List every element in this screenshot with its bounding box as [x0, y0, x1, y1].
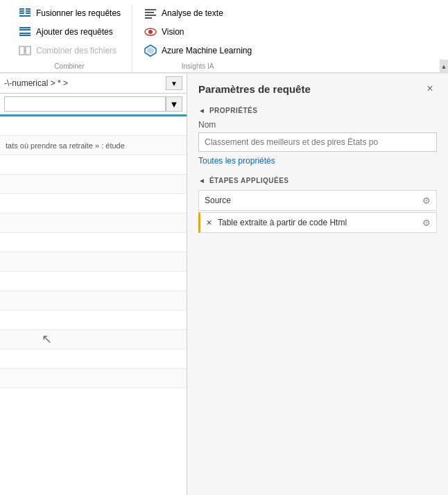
text-analysis-icon — [144, 6, 157, 20]
svg-point-19 — [148, 30, 153, 34]
merge-queries-button[interactable]: Fusionner les requêtes — [14, 4, 125, 22]
list-item — [0, 330, 187, 349]
list-item — [0, 349, 187, 369]
step-item-html-table: ✕ Table extraite à partir de code Html ⚙ — [198, 212, 437, 233]
svg-rect-8 — [19, 29, 31, 31]
svg-rect-17 — [145, 17, 152, 19]
svg-rect-4 — [26, 10, 31, 12]
insights-buttons: Analyse de texte Vision — [139, 4, 256, 60]
svg-rect-10 — [19, 35, 31, 36]
list-item: tats où prendre sa retraite » : étude — [0, 136, 187, 155]
ribbon-insights-section: Analyse de texte Vision — [132, 4, 263, 72]
svg-marker-21 — [147, 47, 154, 54]
row-text-1: tats où prendre sa retraite » : étude — [6, 141, 125, 150]
close-button[interactable]: × — [423, 82, 437, 96]
list-item — [0, 311, 187, 330]
name-field-label: Nom — [198, 120, 437, 130]
list-item — [0, 155, 187, 175]
svg-rect-11 — [19, 46, 24, 55]
merge-icon — [18, 6, 32, 20]
applied-steps-section: ◄ ÉTAPES APPLIQUÉES Source ⚙ ✕ Table ext… — [187, 171, 448, 234]
ribbon: Fusionner les requêtes Ajouter des requê… — [0, 0, 448, 73]
vision-button[interactable]: Vision — [139, 23, 256, 41]
list-item — [0, 116, 187, 136]
list-item — [0, 233, 187, 252]
query-bar: -\-numerical > * > ▼ — [0, 73, 187, 94]
name-field-input[interactable] — [198, 132, 437, 152]
step-html-table-close-icon[interactable]: ✕ — [206, 218, 212, 227]
list-item — [0, 252, 187, 272]
filter-dropdown-button[interactable]: ▼ — [166, 96, 182, 112]
properties-triangle-icon: ◄ — [198, 107, 205, 114]
steps-section-header: ◄ ÉTAPES APPLIQUÉES — [198, 171, 437, 190]
steps-section-label: ÉTAPES APPLIQUÉES — [209, 177, 289, 184]
svg-rect-16 — [145, 15, 156, 16]
svg-rect-0 — [19, 8, 24, 10]
azure-ml-label: Azure Machine Learning — [162, 46, 252, 55]
list-item — [0, 175, 187, 194]
combine-section-label: Combiner — [54, 62, 84, 72]
insights-section-label: Insights IA — [182, 62, 214, 72]
filter-row: ▼ ▲ — [0, 94, 187, 116]
properties-section-header: ◄ PROPRIÉTÉS — [198, 101, 437, 120]
svg-rect-2 — [19, 12, 24, 14]
svg-rect-14 — [145, 9, 156, 10]
svg-rect-6 — [19, 15, 31, 17]
list-item — [0, 291, 187, 311]
list-item — [0, 194, 187, 214]
all-properties-link[interactable]: Toutes les propriétés — [198, 156, 437, 166]
properties-section-label: PROPRIÉTÉS — [209, 107, 257, 114]
step-item-source: Source ⚙ — [198, 190, 437, 211]
svg-rect-15 — [145, 12, 154, 13]
close-icon: × — [427, 82, 433, 95]
vision-label: Vision — [162, 27, 184, 37]
vision-icon — [144, 25, 157, 39]
svg-rect-1 — [19, 10, 24, 12]
azure-ml-icon — [144, 44, 157, 58]
steps-triangle-icon: ◄ — [198, 177, 205, 184]
list-item — [0, 214, 187, 233]
combine-icon — [18, 44, 32, 58]
step-html-table-name[interactable]: Table extraite à partir de code Html — [218, 218, 418, 227]
data-area: tats où prendre sa retraite » : étude ↖ — [0, 116, 187, 495]
append-queries-button[interactable]: Ajouter des requêtes — [14, 23, 125, 41]
svg-rect-5 — [26, 12, 31, 14]
text-analysis-button[interactable]: Analyse de texte — [139, 4, 256, 22]
append-queries-label: Ajouter des requêtes — [36, 27, 113, 37]
main-content: -\-numerical > * > ▼ ▼ ▲ tats où prendre… — [0, 73, 448, 495]
step-source-gear-icon[interactable]: ⚙ — [422, 196, 431, 206]
query-bar-text: -\-numerical > * > — [4, 78, 163, 88]
combine-files-label: Combiner des fichiers — [36, 46, 117, 55]
filter-input[interactable] — [4, 96, 166, 112]
step-source-name[interactable]: Source — [205, 196, 418, 205]
azure-ml-button[interactable]: Azure Machine Learning — [139, 42, 256, 60]
svg-rect-3 — [26, 8, 31, 10]
panel-title: Paramètres de requête — [198, 83, 311, 95]
list-item — [0, 272, 187, 291]
text-analysis-label: Analyse de texte — [162, 8, 223, 18]
right-panel: Paramètres de requête × ◄ PROPRIÉTÉS Nom… — [187, 73, 448, 495]
combine-files-button[interactable]: Combiner des fichiers — [14, 42, 125, 60]
filter-dropdown-icon: ▼ — [170, 99, 179, 110]
svg-rect-7 — [19, 27, 31, 28]
panel-header: Paramètres de requête × — [187, 73, 448, 101]
step-html-table-gear-icon[interactable]: ⚙ — [422, 218, 431, 228]
dropdown-arrow-icon: ▼ — [171, 80, 178, 87]
list-item — [0, 369, 187, 388]
svg-rect-9 — [19, 33, 31, 34]
properties-section: ◄ PROPRIÉTÉS Nom Toutes les propriétés — [187, 101, 448, 171]
combine-buttons: Fusionner les requêtes Ajouter des requê… — [14, 4, 125, 60]
ribbon-combine-section: Fusionner les requêtes Ajouter des requê… — [7, 4, 132, 72]
append-icon — [18, 25, 32, 39]
svg-rect-12 — [26, 46, 31, 55]
query-dropdown-button[interactable]: ▼ — [166, 76, 182, 90]
left-panel: -\-numerical > * > ▼ ▼ ▲ tats où prendre… — [0, 73, 187, 495]
merge-queries-label: Fusionner les requêtes — [36, 8, 121, 18]
